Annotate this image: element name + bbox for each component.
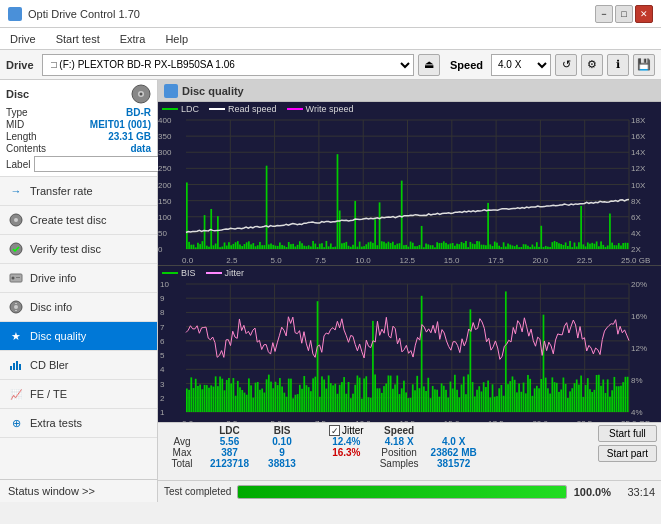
svg-point-10 — [14, 305, 18, 309]
progress-percent: 100.0% — [573, 486, 611, 498]
refresh-button[interactable]: ↺ — [555, 54, 577, 76]
menu-extra[interactable]: Extra — [114, 32, 152, 46]
disc-length-value: 23.31 GB — [108, 131, 151, 142]
svg-rect-11 — [10, 366, 12, 370]
menu-help[interactable]: Help — [159, 32, 194, 46]
drive-label: Drive — [6, 59, 34, 71]
svg-point-4 — [14, 218, 18, 222]
total-label: Total — [162, 458, 202, 469]
sidebar-item-cd-bler[interactable]: CD Bler — [0, 351, 157, 380]
maximize-button[interactable]: □ — [615, 5, 633, 23]
bis-jitter-chart — [158, 280, 661, 422]
disc-label-input[interactable] — [34, 156, 167, 172]
save-button[interactable]: 💾 — [633, 54, 655, 76]
drive-info-icon — [8, 270, 24, 286]
sidebar-item-disc-info[interactable]: Disc info — [0, 293, 157, 322]
menu-drive[interactable]: Drive — [4, 32, 42, 46]
drive-info-label: Drive info — [30, 272, 76, 284]
total-bis: 38813 — [257, 458, 307, 469]
disc-info-label: Disc info — [30, 301, 72, 313]
title-bar: Opti Drive Control 1.70 − □ ✕ — [0, 0, 661, 28]
sidebar: Disc Type BD-R MID MEIT01 (001) Length 2… — [0, 80, 158, 502]
disc-type-value: BD-R — [126, 107, 151, 118]
progress-bar-container: Test completed 100.0% 33:14 — [158, 480, 661, 502]
info-button[interactable]: ℹ — [607, 54, 629, 76]
avg-ldc: 5.56 — [202, 436, 257, 447]
status-window-button[interactable]: Status window >> — [0, 479, 157, 502]
create-test-disc-label: Create test disc — [30, 214, 106, 226]
transfer-rate-label: Transfer rate — [30, 185, 93, 197]
start-part-button[interactable]: Start part — [598, 445, 657, 462]
ldc-chart — [158, 116, 661, 265]
svg-rect-12 — [13, 363, 15, 370]
start-full-button[interactable]: Start full — [598, 425, 657, 442]
cd-bler-icon — [8, 357, 24, 373]
minimize-button[interactable]: − — [595, 5, 613, 23]
cd-bler-label: CD Bler — [30, 359, 69, 371]
sidebar-item-transfer-rate[interactable]: → Transfer rate — [0, 177, 157, 206]
status-window-label: Status window >> — [8, 485, 95, 497]
main-content: Disc Type BD-R MID MEIT01 (001) Length 2… — [0, 80, 661, 502]
extra-tests-label: Extra tests — [30, 417, 82, 429]
drive-select[interactable]: □ (F:) PLEXTOR BD-R PX-LB950SA 1.06 — [42, 54, 414, 76]
sidebar-item-extra-tests[interactable]: ⊕ Extra tests — [0, 409, 157, 438]
menu-start-test[interactable]: Start test — [50, 32, 106, 46]
status-text: Test completed — [164, 486, 231, 497]
transfer-rate-icon: → — [8, 183, 24, 199]
progress-fill — [238, 486, 566, 498]
disc-type-row: Type BD-R — [6, 107, 151, 118]
svg-point-2 — [140, 93, 143, 96]
bis-header: BIS — [257, 425, 307, 436]
speed-current: 4.18 X — [370, 436, 425, 447]
legend-bis: BIS — [162, 268, 196, 278]
stats-table: LDC BIS ✓ Jitter Speed Avg — [162, 425, 483, 469]
disc-mid-row: MID MEIT01 (001) — [6, 119, 151, 130]
svg-point-15 — [167, 87, 175, 95]
sidebar-item-verify-test-disc[interactable]: Verify test disc — [0, 235, 157, 264]
position-value: 23862 MB — [425, 447, 483, 458]
jitter-header: Jitter — [342, 425, 364, 436]
speed-header: Speed — [370, 425, 425, 436]
disc-contents-value: data — [130, 143, 151, 154]
samples-value: 381572 — [425, 458, 483, 469]
disc-length-row: Length 23.31 GB — [6, 131, 151, 142]
action-buttons: Start full Start part — [598, 425, 657, 462]
close-button[interactable]: ✕ — [635, 5, 653, 23]
jitter-checkbox[interactable]: ✓ — [329, 425, 340, 436]
drive-toolbar: Drive □ (F:) PLEXTOR BD-R PX-LB950SA 1.0… — [0, 50, 661, 80]
progress-track — [237, 485, 567, 499]
sidebar-item-fe-te[interactable]: 📈 FE / TE — [0, 380, 157, 409]
avg-bis: 0.10 — [257, 436, 307, 447]
legend-jitter: Jitter — [206, 268, 245, 278]
chart-header: Disc quality — [158, 80, 661, 102]
menu-bar: Drive Start test Extra Help — [0, 28, 661, 50]
sidebar-item-create-test-disc[interactable]: Create test disc — [0, 206, 157, 235]
svg-rect-14 — [19, 364, 21, 370]
chart-header-icon — [164, 84, 178, 98]
verify-test-disc-icon — [8, 241, 24, 257]
disc-label-row: Label ⚙ — [6, 156, 151, 172]
ldc-header: LDC — [202, 425, 257, 436]
max-jitter: 16.3% — [323, 447, 370, 458]
settings-button[interactable]: ⚙ — [581, 54, 603, 76]
legend-read-speed: Read speed — [209, 104, 277, 114]
disc-panel-title: Disc — [6, 88, 29, 100]
total-ldc: 2123718 — [202, 458, 257, 469]
svg-rect-13 — [16, 361, 18, 370]
app-title: Opti Drive Control 1.70 — [28, 8, 140, 20]
eject-button[interactable]: ⏏ — [418, 54, 440, 76]
svg-rect-8 — [16, 277, 20, 278]
sidebar-item-disc-quality[interactable]: ★ Disc quality — [0, 322, 157, 351]
speed-select[interactable]: 4.0 X — [491, 54, 551, 76]
samples-label: Samples — [370, 458, 425, 469]
max-label: Max — [162, 447, 202, 458]
chart-area: Disc quality LDC Read speed — [158, 80, 661, 502]
max-bis: 9 — [257, 447, 307, 458]
progress-time: 33:14 — [617, 486, 655, 498]
svg-point-7 — [12, 277, 15, 280]
sidebar-item-drive-info[interactable]: Drive info — [0, 264, 157, 293]
disc-info-icon — [8, 299, 24, 315]
create-test-disc-icon — [8, 212, 24, 228]
disc-icon — [131, 84, 151, 104]
position-label: Position — [370, 447, 425, 458]
